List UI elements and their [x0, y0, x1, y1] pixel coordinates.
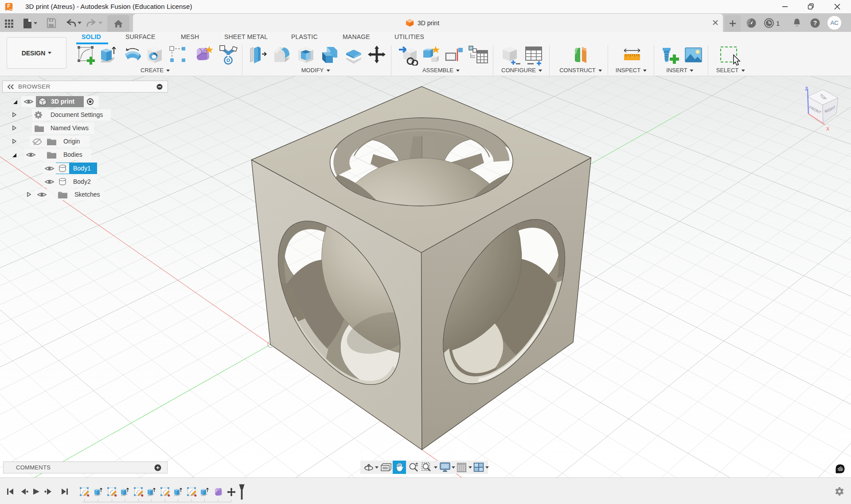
- svg-text:X: X: [826, 126, 830, 132]
- svg-text:?: ?: [813, 19, 817, 27]
- svg-text:Z: Z: [805, 86, 808, 91]
- svg-text:FUS: FUS: [9, 8, 13, 11]
